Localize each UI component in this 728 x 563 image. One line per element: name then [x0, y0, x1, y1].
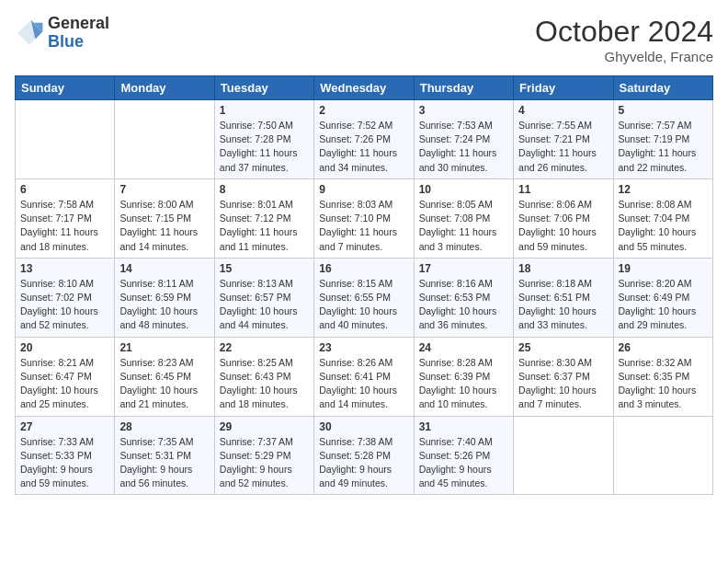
logo: General Blue [15, 15, 109, 52]
day-number: 17 [419, 262, 508, 275]
day-info: Sunrise: 7:37 AM Sunset: 5:29 PM Dayligh… [220, 435, 309, 491]
day-info: Sunrise: 7:50 AM Sunset: 7:28 PM Dayligh… [220, 119, 309, 175]
location: Ghyvelde, France [535, 49, 713, 64]
day-number: 27 [20, 420, 109, 433]
day-cell: 29Sunrise: 7:37 AM Sunset: 5:29 PM Dayli… [214, 416, 313, 495]
day-number: 6 [20, 183, 109, 196]
day-cell: 14Sunrise: 8:11 AM Sunset: 6:59 PM Dayli… [115, 258, 214, 337]
day-cell: 16Sunrise: 8:15 AM Sunset: 6:55 PM Dayli… [314, 258, 414, 337]
header-cell-friday: Friday [514, 76, 613, 100]
logo-icon [15, 18, 44, 48]
day-info: Sunrise: 8:28 AM Sunset: 6:39 PM Dayligh… [419, 356, 508, 412]
day-cell: 8Sunrise: 8:01 AM Sunset: 7:12 PM Daylig… [214, 178, 313, 258]
day-info: Sunrise: 7:53 AM Sunset: 7:24 PM Dayligh… [419, 119, 508, 175]
day-cell: 12Sunrise: 8:08 AM Sunset: 7:04 PM Dayli… [613, 178, 712, 258]
day-info: Sunrise: 7:58 AM Sunset: 7:17 PM Dayligh… [20, 198, 109, 254]
day-info: Sunrise: 7:52 AM Sunset: 7:26 PM Dayligh… [319, 119, 408, 175]
day-info: Sunrise: 8:06 AM Sunset: 7:06 PM Dayligh… [518, 198, 608, 254]
day-info: Sunrise: 8:08 AM Sunset: 7:04 PM Dayligh… [619, 198, 708, 254]
day-number: 23 [319, 341, 408, 354]
week-row-3: 13Sunrise: 8:10 AM Sunset: 7:02 PM Dayli… [16, 258, 713, 337]
day-number: 2 [319, 104, 408, 117]
day-cell: 27Sunrise: 7:33 AM Sunset: 5:33 PM Dayli… [16, 416, 115, 495]
day-info: Sunrise: 8:21 AM Sunset: 6:47 PM Dayligh… [20, 356, 109, 412]
day-info: Sunrise: 8:30 AM Sunset: 6:37 PM Dayligh… [518, 356, 608, 412]
header-cell-saturday: Saturday [613, 76, 712, 100]
day-cell: 2Sunrise: 7:52 AM Sunset: 7:26 PM Daylig… [314, 100, 414, 179]
day-info: Sunrise: 8:26 AM Sunset: 6:41 PM Dayligh… [319, 356, 408, 412]
day-number: 19 [619, 262, 708, 275]
header-row: SundayMondayTuesdayWednesdayThursdayFrid… [16, 76, 713, 100]
day-info: Sunrise: 7:33 AM Sunset: 5:33 PM Dayligh… [20, 435, 109, 491]
calendar-body: 1Sunrise: 7:50 AM Sunset: 7:28 PM Daylig… [16, 100, 713, 495]
day-number: 28 [119, 420, 209, 433]
day-cell: 24Sunrise: 8:28 AM Sunset: 6:39 PM Dayli… [414, 337, 513, 416]
day-cell: 31Sunrise: 7:40 AM Sunset: 5:26 PM Dayli… [414, 416, 513, 495]
day-info: Sunrise: 8:01 AM Sunset: 7:12 PM Dayligh… [220, 198, 309, 254]
day-info: Sunrise: 8:11 AM Sunset: 6:59 PM Dayligh… [119, 277, 209, 333]
title-block: October 2024 Ghyvelde, France [535, 15, 713, 64]
calendar-table: SundayMondayTuesdayWednesdayThursdayFrid… [15, 75, 713, 495]
day-number: 31 [419, 420, 508, 433]
day-info: Sunrise: 8:03 AM Sunset: 7:10 PM Dayligh… [319, 198, 408, 254]
day-info: Sunrise: 8:15 AM Sunset: 6:55 PM Dayligh… [319, 277, 408, 333]
day-cell: 30Sunrise: 7:38 AM Sunset: 5:28 PM Dayli… [314, 416, 414, 495]
day-cell: 11Sunrise: 8:06 AM Sunset: 7:06 PM Dayli… [514, 178, 613, 258]
day-cell: 25Sunrise: 8:30 AM Sunset: 6:37 PM Dayli… [514, 337, 613, 416]
header-cell-monday: Monday [115, 76, 214, 100]
week-row-5: 27Sunrise: 7:33 AM Sunset: 5:33 PM Dayli… [16, 416, 713, 495]
day-number: 21 [119, 341, 209, 354]
day-number: 1 [220, 104, 309, 117]
day-number: 18 [518, 262, 608, 275]
day-number: 11 [518, 183, 608, 196]
day-cell: 10Sunrise: 8:05 AM Sunset: 7:08 PM Dayli… [414, 178, 513, 258]
week-row-1: 1Sunrise: 7:50 AM Sunset: 7:28 PM Daylig… [16, 100, 713, 179]
day-info: Sunrise: 7:57 AM Sunset: 7:19 PM Dayligh… [619, 119, 708, 175]
day-info: Sunrise: 8:00 AM Sunset: 7:15 PM Dayligh… [119, 198, 209, 254]
header-cell-sunday: Sunday [16, 76, 115, 100]
day-cell: 7Sunrise: 8:00 AM Sunset: 7:15 PM Daylig… [115, 178, 214, 258]
day-cell [115, 100, 214, 179]
day-number: 30 [319, 420, 408, 433]
day-info: Sunrise: 7:35 AM Sunset: 5:31 PM Dayligh… [119, 435, 209, 491]
day-number: 26 [619, 341, 708, 354]
day-number: 5 [619, 104, 708, 117]
day-number: 9 [319, 183, 408, 196]
day-cell: 20Sunrise: 8:21 AM Sunset: 6:47 PM Dayli… [16, 337, 115, 416]
header-cell-thursday: Thursday [414, 76, 513, 100]
day-cell: 22Sunrise: 8:25 AM Sunset: 6:43 PM Dayli… [214, 337, 313, 416]
day-info: Sunrise: 8:13 AM Sunset: 6:57 PM Dayligh… [220, 277, 309, 333]
day-number: 10 [419, 183, 508, 196]
day-cell: 13Sunrise: 8:10 AM Sunset: 7:02 PM Dayli… [16, 258, 115, 337]
day-number: 3 [419, 104, 508, 117]
calendar-header: SundayMondayTuesdayWednesdayThursdayFrid… [16, 76, 713, 100]
week-row-2: 6Sunrise: 7:58 AM Sunset: 7:17 PM Daylig… [16, 178, 713, 258]
day-info: Sunrise: 8:25 AM Sunset: 6:43 PM Dayligh… [220, 356, 309, 412]
day-cell: 1Sunrise: 7:50 AM Sunset: 7:28 PM Daylig… [214, 100, 313, 179]
day-cell: 26Sunrise: 8:32 AM Sunset: 6:35 PM Dayli… [613, 337, 712, 416]
day-number: 4 [518, 104, 608, 117]
day-number: 13 [20, 262, 109, 275]
day-cell: 19Sunrise: 8:20 AM Sunset: 6:49 PM Dayli… [613, 258, 712, 337]
day-info: Sunrise: 8:10 AM Sunset: 7:02 PM Dayligh… [20, 277, 109, 333]
day-number: 16 [319, 262, 408, 275]
day-info: Sunrise: 8:23 AM Sunset: 6:45 PM Dayligh… [119, 356, 209, 412]
day-info: Sunrise: 8:16 AM Sunset: 6:53 PM Dayligh… [419, 277, 508, 333]
day-info: Sunrise: 8:05 AM Sunset: 7:08 PM Dayligh… [419, 198, 508, 254]
day-cell: 18Sunrise: 8:18 AM Sunset: 6:51 PM Dayli… [514, 258, 613, 337]
day-info: Sunrise: 7:40 AM Sunset: 5:26 PM Dayligh… [419, 435, 508, 491]
day-number: 15 [220, 262, 309, 275]
day-number: 22 [220, 341, 309, 354]
header-cell-wednesday: Wednesday [314, 76, 414, 100]
day-info: Sunrise: 7:55 AM Sunset: 7:21 PM Dayligh… [518, 119, 608, 175]
day-cell [613, 416, 712, 495]
month-title: October 2024 [535, 15, 713, 49]
day-number: 20 [20, 341, 109, 354]
logo-blue: Blue [48, 33, 109, 52]
day-cell [514, 416, 613, 495]
header-cell-tuesday: Tuesday [214, 76, 313, 100]
page-header: General Blue October 2024 Ghyvelde, Fran… [15, 15, 713, 64]
day-cell: 5Sunrise: 7:57 AM Sunset: 7:19 PM Daylig… [613, 100, 712, 179]
day-number: 24 [419, 341, 508, 354]
day-cell: 15Sunrise: 8:13 AM Sunset: 6:57 PM Dayli… [214, 258, 313, 337]
